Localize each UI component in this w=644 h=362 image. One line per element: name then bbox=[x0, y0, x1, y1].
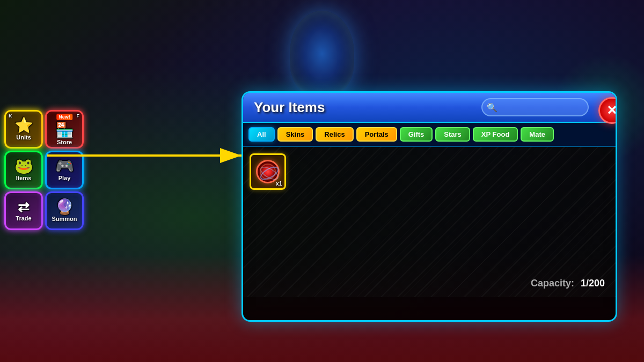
capacity-value: 1/200 bbox=[581, 278, 605, 289]
summon-icon: 🔮 bbox=[55, 200, 74, 215]
store-label: Store bbox=[57, 139, 72, 145]
background-portal bbox=[290, 11, 354, 97]
store-badge-f: F bbox=[77, 113, 80, 119]
item-count: x1 bbox=[276, 180, 282, 187]
search-input[interactable] bbox=[481, 98, 589, 116]
tab-all[interactable]: All bbox=[248, 127, 275, 142]
summon-label: Summon bbox=[52, 216, 77, 222]
close-icon: ✕ bbox=[606, 103, 617, 118]
tab-stars[interactable]: Stars bbox=[435, 127, 470, 142]
units-icon: ⭐ bbox=[14, 118, 33, 133]
capacity-bar: Capacity: 1/200 bbox=[531, 278, 605, 289]
item-slot-1[interactable]: x1 bbox=[250, 153, 286, 190]
play-button[interactable]: 🎮 Play bbox=[45, 151, 84, 189]
items-button[interactable]: 🐸 Items bbox=[4, 151, 43, 189]
units-label: Units bbox=[16, 134, 31, 141]
trade-label: Trade bbox=[16, 215, 31, 221]
left-nav-panel: K ⭐ Units F New! 🏪 Store 🐸 Items 🎮 Play … bbox=[4, 110, 84, 230]
tab-skins[interactable]: Skins bbox=[277, 127, 313, 142]
summon-button[interactable]: 🔮 Summon bbox=[45, 191, 84, 230]
tab-bar: All Skins Relics Portals Gifts Stars XP … bbox=[243, 123, 616, 147]
store-button[interactable]: F New! 🏪 Store bbox=[45, 110, 84, 149]
tab-gifts[interactable]: Gifts bbox=[400, 127, 433, 142]
content-inner: x1 bbox=[250, 153, 609, 190]
items-label: Items bbox=[16, 175, 32, 181]
tab-mate[interactable]: Mate bbox=[521, 127, 554, 142]
content-area: x1 Capacity: 1/200 bbox=[243, 147, 616, 297]
tab-relics[interactable]: Relics bbox=[316, 127, 353, 142]
store-icon: 🏪 bbox=[55, 123, 74, 138]
play-icon: 🎮 bbox=[55, 159, 74, 174]
units-badge-k: K bbox=[9, 113, 12, 119]
panel-header: Your Items 🔍 bbox=[243, 93, 616, 123]
capacity-label: Capacity: bbox=[531, 278, 574, 289]
store-new-badge: New! bbox=[56, 114, 72, 120]
trade-button[interactable]: ⇄ Trade bbox=[4, 191, 43, 230]
units-button[interactable]: K ⭐ Units bbox=[4, 110, 43, 149]
items-icon: 🐸 bbox=[14, 159, 33, 174]
items-panel: Your Items 🔍 ✕ All Skins Relics Portals … bbox=[241, 91, 617, 322]
tab-xpfood[interactable]: XP Food bbox=[473, 127, 518, 142]
panel-title: Your Items bbox=[254, 99, 325, 116]
tab-portals[interactable]: Portals bbox=[356, 127, 397, 142]
search-wrapper: 🔍 bbox=[481, 98, 589, 116]
play-label: Play bbox=[58, 175, 71, 181]
trade-icon: ⇄ bbox=[18, 200, 30, 214]
